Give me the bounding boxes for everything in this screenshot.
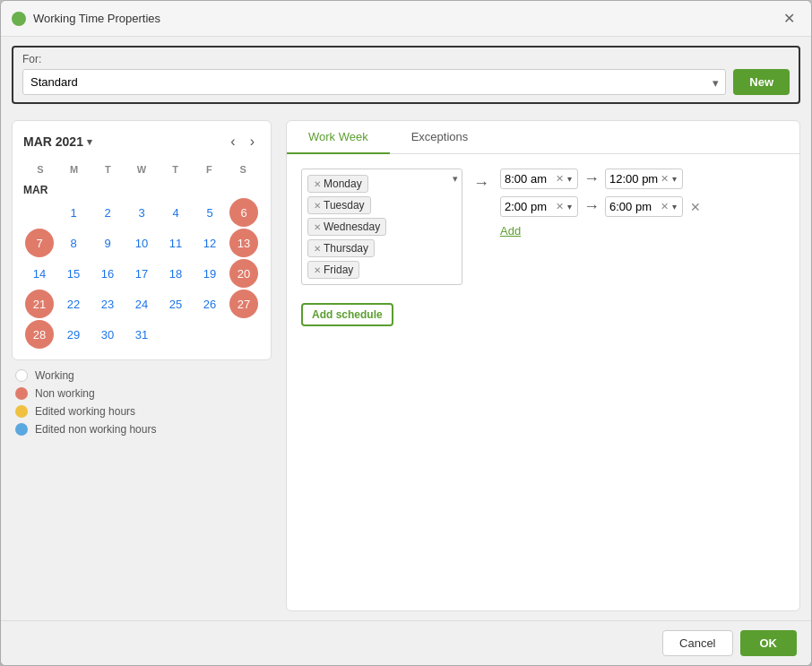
- remove-tuesday-button[interactable]: ✕: [314, 201, 321, 211]
- legend-edited-working: Edited working hours: [15, 405, 272, 418]
- main-content: MAR 2021 ▾ ‹ › S M T W T F S: [1, 111, 811, 620]
- cal-day-6[interactable]: 6: [229, 198, 258, 227]
- day-tag-thursday: ✕ Thursday: [306, 238, 458, 259]
- cal-day-16[interactable]: 16: [93, 259, 122, 288]
- schedule-section: Work Week Exceptions ▾ ✕ Monday: [286, 120, 800, 611]
- day-tag-tuesday: ✕ Tuesday: [306, 195, 458, 216]
- legend-label-edited-non-working: Edited non working hours: [35, 423, 156, 436]
- cal-day-12[interactable]: 12: [195, 229, 224, 257]
- cal-day-22[interactable]: 22: [59, 290, 88, 318]
- legend-label-working: Working: [35, 369, 74, 382]
- time-to-2[interactable]: 6:00 pm ✕ ▾: [605, 196, 683, 217]
- cal-dow-t1: T: [91, 162, 125, 177]
- time-from-1[interactable]: 8:00 am ✕ ▾: [500, 169, 578, 189]
- remove-thursday-button[interactable]: ✕: [314, 244, 321, 254]
- remove-monday-button[interactable]: ✕: [314, 179, 321, 189]
- cal-dow-w: W: [125, 162, 159, 177]
- for-select-wrapper: Standard Custom ▾: [22, 69, 726, 95]
- cal-day-28[interactable]: 28: [25, 320, 54, 349]
- cal-day-3[interactable]: 3: [127, 198, 156, 227]
- time-to-1-dropdown[interactable]: ▾: [670, 174, 678, 184]
- time-from-1-dropdown[interactable]: ▾: [566, 174, 574, 184]
- cal-prev-button[interactable]: ‹: [225, 132, 240, 151]
- cal-day-20[interactable]: 20: [229, 259, 258, 288]
- cal-weeks: 1 2 3 4 5 6 7 8 9 10 11 12 13 14 15: [23, 198, 260, 349]
- cal-day-1[interactable]: 1: [59, 198, 88, 227]
- cal-day-21[interactable]: 21: [25, 290, 54, 318]
- time-from-2-dropdown[interactable]: ▾: [566, 202, 574, 212]
- time-to-2-dropdown[interactable]: ▾: [670, 202, 678, 212]
- legend: Working Non working Edited working hours…: [12, 369, 272, 436]
- cal-day-26[interactable]: 26: [195, 290, 224, 318]
- schedule-body: ▾ ✕ Monday ✕ Tuesday: [287, 154, 799, 610]
- cal-day-18[interactable]: 18: [161, 259, 190, 288]
- time-to-1[interactable]: 12:00 pm ✕ ▾: [605, 169, 683, 189]
- range-arrow-2-icon: →: [583, 197, 600, 216]
- cal-month-name: MAR: [23, 180, 260, 198]
- cal-day-11[interactable]: 11: [161, 229, 190, 257]
- working-time-properties-dialog: Working Time Properties ✕ For: Standard …: [0, 0, 812, 666]
- cal-day-14[interactable]: 14: [25, 259, 54, 288]
- cal-day-19[interactable]: 19: [195, 259, 224, 288]
- time-to-2-clear[interactable]: ✕: [661, 201, 669, 212]
- cal-day-8[interactable]: 8: [59, 229, 88, 257]
- tabs-row: Work Week Exceptions: [287, 121, 799, 154]
- time-range-row-2: 2:00 pm ✕ ▾ → 6:00 pm ✕ ▾ ✕: [500, 196, 703, 217]
- day-tag-wednesday-label: Wednesday: [324, 221, 380, 233]
- cal-day-24[interactable]: 24: [127, 290, 156, 318]
- remove-friday-button[interactable]: ✕: [314, 265, 321, 275]
- dialog-footer: Cancel OK: [1, 620, 811, 665]
- add-time-range-link[interactable]: Add: [500, 224, 703, 238]
- for-section: For: Standard Custom ▾ New: [12, 46, 800, 104]
- cal-day-7[interactable]: 7: [25, 229, 54, 257]
- cal-day-5[interactable]: 5: [195, 198, 224, 227]
- day-tag-friday-label: Friday: [324, 264, 353, 276]
- time-ranges: 8:00 am ✕ ▾ → 12:00 pm ✕ ▾: [500, 169, 703, 238]
- day-tag-thursday-label: Thursday: [324, 242, 368, 255]
- cal-day-10[interactable]: 10: [127, 229, 156, 257]
- cal-dropdown-icon[interactable]: ▾: [87, 136, 92, 148]
- time-from-2-clear[interactable]: ✕: [556, 201, 564, 212]
- cal-dow-t2: T: [159, 162, 193, 177]
- cal-day-empty: [25, 198, 54, 227]
- cal-day-empty3: [195, 320, 224, 349]
- time-to-1-clear[interactable]: ✕: [661, 173, 669, 185]
- cancel-button[interactable]: Cancel: [662, 630, 732, 656]
- add-schedule-button[interactable]: Add schedule: [301, 303, 393, 326]
- remove-wednesday-button[interactable]: ✕: [314, 222, 321, 232]
- cal-header: MAR 2021 ▾ ‹ ›: [23, 132, 260, 151]
- tab-work-week[interactable]: Work Week: [287, 121, 390, 154]
- cal-day-31[interactable]: 31: [127, 320, 156, 349]
- ok-button[interactable]: OK: [740, 630, 798, 656]
- cal-next-button[interactable]: ›: [245, 132, 260, 151]
- cal-day-2[interactable]: 2: [93, 198, 122, 227]
- range-arrow-1-icon: →: [583, 169, 600, 188]
- cal-day-17[interactable]: 17: [127, 259, 156, 288]
- tab-exceptions[interactable]: Exceptions: [390, 121, 490, 154]
- close-button[interactable]: ✕: [778, 8, 800, 29]
- for-select[interactable]: Standard Custom: [22, 69, 726, 95]
- cal-day-30[interactable]: 30: [93, 320, 122, 349]
- cal-day-27[interactable]: 27: [229, 290, 258, 318]
- remove-range-2-button[interactable]: ✕: [688, 198, 703, 216]
- cal-day-9[interactable]: 9: [93, 229, 122, 257]
- cal-day-29[interactable]: 29: [59, 320, 88, 349]
- cal-dow-s2: S: [226, 162, 260, 177]
- legend-edited-non-working: Edited non working hours: [15, 423, 272, 436]
- cal-day-13[interactable]: 13: [229, 229, 258, 257]
- cal-day-25[interactable]: 25: [161, 290, 190, 318]
- new-button[interactable]: New: [733, 69, 790, 95]
- calendar-card: MAR 2021 ▾ ‹ › S M T W T F S: [12, 120, 272, 360]
- days-selector-arrow-icon[interactable]: ▾: [453, 173, 458, 185]
- schedule-row: ▾ ✕ Monday ✕ Tuesday: [301, 169, 785, 285]
- days-selector[interactable]: ▾ ✕ Monday ✕ Tuesday: [301, 169, 462, 285]
- cal-month-label: MAR 2021 ▾: [23, 134, 225, 149]
- cal-day-4[interactable]: 4: [161, 198, 190, 227]
- time-from-1-clear[interactable]: ✕: [556, 173, 564, 185]
- legend-dot-edited-working: [15, 405, 28, 418]
- time-from-2[interactable]: 2:00 pm ✕ ▾: [500, 196, 578, 217]
- cal-day-23[interactable]: 23: [93, 290, 122, 318]
- cal-dow-f: F: [193, 162, 227, 177]
- cal-day-15[interactable]: 15: [59, 259, 88, 288]
- cal-day-empty2: [161, 320, 190, 349]
